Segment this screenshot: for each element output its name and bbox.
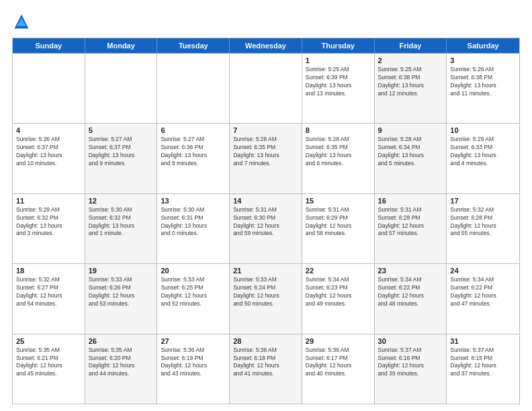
day-number: 19 [89,267,154,275]
day-cell-19: 19Sunrise: 5:33 AM Sunset: 6:26 PM Dayli… [85,264,158,333]
cell-info: Sunrise: 5:26 AM Sunset: 6:37 PM Dayligh… [16,136,81,168]
day-number: 5 [89,126,154,134]
day-number: 20 [161,267,226,275]
calendar: SundayMondayTuesdayWednesdayThursdayFrid… [12,38,520,404]
day-number: 2 [378,56,443,64]
day-cell-17: 17Sunrise: 5:32 AM Sunset: 6:28 PM Dayli… [447,194,519,263]
day-cell-2: 2Sunrise: 5:25 AM Sunset: 6:38 PM Daylig… [375,54,447,123]
day-cell-18: 18Sunrise: 5:32 AM Sunset: 6:27 PM Dayli… [13,264,85,333]
cell-info: Sunrise: 5:28 AM Sunset: 6:35 PM Dayligh… [306,136,371,168]
day-cell-15: 15Sunrise: 5:31 AM Sunset: 6:29 PM Dayli… [302,194,375,263]
day-number: 18 [16,267,81,275]
day-cell-6: 6Sunrise: 5:27 AM Sunset: 6:36 PM Daylig… [157,124,230,193]
day-number: 25 [16,337,81,345]
day-cell-10: 10Sunrise: 5:29 AM Sunset: 6:33 PM Dayli… [447,124,519,193]
day-cell-7: 7Sunrise: 5:28 AM Sunset: 6:35 PM Daylig… [230,124,302,193]
weekday-header-friday: Friday [375,38,447,53]
day-cell-3: 3Sunrise: 5:26 AM Sunset: 6:38 PM Daylig… [447,54,519,123]
day-cell-25: 25Sunrise: 5:35 AM Sunset: 6:21 PM Dayli… [13,334,85,404]
empty-cell-0-0 [13,54,85,123]
day-number: 17 [450,197,516,205]
day-number: 13 [161,197,226,205]
day-cell-27: 27Sunrise: 5:36 AM Sunset: 6:19 PM Dayli… [157,334,230,404]
cell-info: Sunrise: 5:29 AM Sunset: 6:33 PM Dayligh… [450,136,516,168]
cell-info: Sunrise: 5:31 AM Sunset: 6:28 PM Dayligh… [378,206,443,238]
cell-info: Sunrise: 5:32 AM Sunset: 6:27 PM Dayligh… [16,276,81,308]
day-number: 27 [161,337,226,345]
day-number: 8 [306,126,371,134]
logo-icon [12,12,31,31]
calendar-row-1: 4Sunrise: 5:26 AM Sunset: 6:37 PM Daylig… [13,123,519,193]
header [12,12,520,31]
day-cell-9: 9Sunrise: 5:28 AM Sunset: 6:34 PM Daylig… [375,124,447,193]
cell-info: Sunrise: 5:34 AM Sunset: 6:22 PM Dayligh… [378,276,443,308]
logo [12,12,34,31]
cell-info: Sunrise: 5:27 AM Sunset: 6:37 PM Dayligh… [89,136,154,168]
day-cell-5: 5Sunrise: 5:27 AM Sunset: 6:37 PM Daylig… [85,124,158,193]
cell-info: Sunrise: 5:25 AM Sunset: 6:39 PM Dayligh… [306,66,371,98]
cell-info: Sunrise: 5:29 AM Sunset: 6:32 PM Dayligh… [16,206,81,238]
cell-info: Sunrise: 5:35 AM Sunset: 6:21 PM Dayligh… [16,347,81,379]
day-number: 15 [306,197,371,205]
calendar-header: SundayMondayTuesdayWednesdayThursdayFrid… [13,38,519,53]
day-cell-24: 24Sunrise: 5:34 AM Sunset: 6:22 PM Dayli… [447,264,519,333]
cell-info: Sunrise: 5:28 AM Sunset: 6:35 PM Dayligh… [233,136,298,168]
cell-info: Sunrise: 5:30 AM Sunset: 6:31 PM Dayligh… [161,206,226,238]
day-number: 9 [378,126,443,134]
page: SundayMondayTuesdayWednesdayThursdayFrid… [0,0,532,411]
day-cell-11: 11Sunrise: 5:29 AM Sunset: 6:32 PM Dayli… [13,194,85,263]
calendar-body: 1Sunrise: 5:25 AM Sunset: 6:39 PM Daylig… [13,53,519,404]
day-cell-23: 23Sunrise: 5:34 AM Sunset: 6:22 PM Dayli… [375,264,447,333]
cell-info: Sunrise: 5:37 AM Sunset: 6:16 PM Dayligh… [378,347,443,379]
day-cell-8: 8Sunrise: 5:28 AM Sunset: 6:35 PM Daylig… [302,124,375,193]
calendar-row-0: 1Sunrise: 5:25 AM Sunset: 6:39 PM Daylig… [13,53,519,123]
cell-info: Sunrise: 5:33 AM Sunset: 6:25 PM Dayligh… [161,276,226,308]
calendar-row-4: 25Sunrise: 5:35 AM Sunset: 6:21 PM Dayli… [13,334,519,404]
day-cell-30: 30Sunrise: 5:37 AM Sunset: 6:16 PM Dayli… [375,334,447,404]
weekday-header-wednesday: Wednesday [230,38,302,53]
calendar-row-2: 11Sunrise: 5:29 AM Sunset: 6:32 PM Dayli… [13,193,519,263]
cell-info: Sunrise: 5:36 AM Sunset: 6:19 PM Dayligh… [161,347,226,379]
cell-info: Sunrise: 5:28 AM Sunset: 6:34 PM Dayligh… [378,136,443,168]
cell-info: Sunrise: 5:34 AM Sunset: 6:22 PM Dayligh… [450,276,516,308]
weekday-header-thursday: Thursday [302,38,375,53]
day-cell-12: 12Sunrise: 5:30 AM Sunset: 6:32 PM Dayli… [85,194,158,263]
day-cell-20: 20Sunrise: 5:33 AM Sunset: 6:25 PM Dayli… [157,264,230,333]
day-cell-29: 29Sunrise: 5:36 AM Sunset: 6:17 PM Dayli… [302,334,375,404]
calendar-row-3: 18Sunrise: 5:32 AM Sunset: 6:27 PM Dayli… [13,263,519,333]
day-number: 3 [450,56,516,64]
day-number: 28 [233,337,298,345]
cell-info: Sunrise: 5:31 AM Sunset: 6:30 PM Dayligh… [233,206,298,238]
cell-info: Sunrise: 5:26 AM Sunset: 6:38 PM Dayligh… [450,66,516,98]
cell-info: Sunrise: 5:34 AM Sunset: 6:23 PM Dayligh… [306,276,371,308]
weekday-header-monday: Monday [85,38,158,53]
cell-info: Sunrise: 5:37 AM Sunset: 6:15 PM Dayligh… [450,347,516,379]
day-cell-1: 1Sunrise: 5:25 AM Sunset: 6:39 PM Daylig… [302,54,375,123]
cell-info: Sunrise: 5:36 AM Sunset: 6:17 PM Dayligh… [306,347,371,379]
day-number: 10 [450,126,516,134]
day-number: 4 [16,126,81,134]
cell-info: Sunrise: 5:25 AM Sunset: 6:38 PM Dayligh… [378,66,443,98]
cell-info: Sunrise: 5:36 AM Sunset: 6:18 PM Dayligh… [233,347,298,379]
day-cell-31: 31Sunrise: 5:37 AM Sunset: 6:15 PM Dayli… [447,334,519,404]
empty-cell-0-2 [157,54,230,123]
day-number: 7 [233,126,298,134]
day-cell-28: 28Sunrise: 5:36 AM Sunset: 6:18 PM Dayli… [230,334,302,404]
cell-info: Sunrise: 5:30 AM Sunset: 6:32 PM Dayligh… [89,206,154,238]
day-number: 11 [16,197,81,205]
cell-info: Sunrise: 5:31 AM Sunset: 6:29 PM Dayligh… [306,206,371,238]
day-number: 16 [378,197,443,205]
cell-info: Sunrise: 5:33 AM Sunset: 6:24 PM Dayligh… [233,276,298,308]
day-number: 12 [89,197,154,205]
day-number: 6 [161,126,226,134]
day-cell-4: 4Sunrise: 5:26 AM Sunset: 6:37 PM Daylig… [13,124,85,193]
cell-info: Sunrise: 5:32 AM Sunset: 6:28 PM Dayligh… [450,206,516,238]
day-cell-22: 22Sunrise: 5:34 AM Sunset: 6:23 PM Dayli… [302,264,375,333]
weekday-header-saturday: Saturday [447,38,519,53]
day-number: 31 [450,337,516,345]
weekday-header-tuesday: Tuesday [157,38,230,53]
empty-cell-0-3 [230,54,302,123]
day-cell-26: 26Sunrise: 5:35 AM Sunset: 6:20 PM Dayli… [85,334,158,404]
day-number: 14 [233,197,298,205]
cell-info: Sunrise: 5:35 AM Sunset: 6:20 PM Dayligh… [89,347,154,379]
